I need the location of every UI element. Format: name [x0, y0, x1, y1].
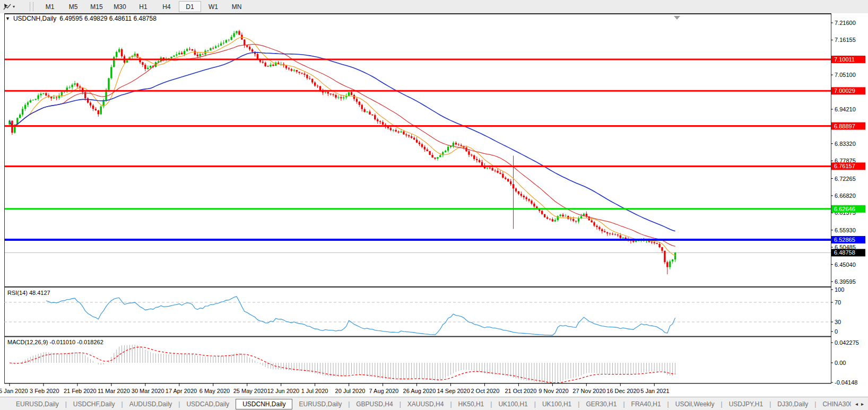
date-axis-label: 2 Oct 2020	[471, 388, 499, 394]
chart-symbol-period: USDCNH,Daily	[13, 15, 56, 22]
price-axis-tick: 6.72265	[835, 176, 856, 182]
date-axis-label: 9 Nov 2020	[539, 388, 568, 394]
date-axis-label: 21 Oct 2020	[505, 388, 536, 394]
chart-tab-uk100-h1[interactable]: UK100,H1	[536, 399, 578, 409]
timeframe-button-mn[interactable]: MN	[225, 1, 248, 12]
date-axis-label: 6 May 2020	[199, 388, 230, 394]
date-axis-label: 17 Apr 2020	[166, 388, 197, 394]
tab-scroll-arrows: ◂ ▸	[851, 401, 868, 407]
date-axis-label: 27 Nov 2020	[572, 388, 605, 394]
chart-tab-eurusd-daily[interactable]: EURUSD,Daily	[10, 399, 65, 409]
chart-tab-xauusd-h4[interactable]: XAUUSD,H4	[401, 399, 450, 409]
toolbar-grip[interactable]	[30, 2, 33, 11]
chart-tab-usdchf-daily[interactable]: USDCHF,Daily	[67, 399, 121, 409]
price-level-badge: 6.88897	[834, 123, 855, 129]
date-axis-label: 16 Dec 2020	[606, 388, 639, 394]
macd-axis-tick: -0.04148	[835, 379, 857, 386]
chart-title: ▼ USDCNH,Daily 6.49595 6.49829 6.48611 6…	[5, 15, 157, 22]
chart-ohlc-values: 6.49595 6.49829 6.48611 6.48758	[59, 15, 157, 22]
timeframe-button-m30[interactable]: M30	[109, 1, 131, 12]
rsi-indicator-label: RSI(14) 48.4127	[7, 290, 50, 296]
price-axis-tick: 6.55930	[835, 227, 856, 233]
chart-tab-audusd-daily[interactable]: AUDUSD,Daily	[123, 399, 179, 409]
date-axis-label: 1 Jul 2020	[301, 388, 328, 394]
timeframe-button-m1[interactable]: M1	[39, 1, 61, 12]
chart-shift-triangle[interactable]	[674, 16, 680, 20]
date-axis-label: 14 Sep 2020	[437, 388, 470, 394]
timeframe-button-m5[interactable]: M5	[62, 1, 84, 12]
crosshair-tool-icon	[3, 3, 12, 11]
crosshair-tool-button[interactable]: ▾	[0, 2, 18, 12]
one-click-collapse-icon[interactable]: ▼	[5, 16, 10, 21]
tabs-scroll-right-button[interactable]: ▸	[861, 401, 864, 407]
chart-tab-eurusd-daily[interactable]: EURUSD,Daily	[292, 399, 348, 409]
chart-tab-usdjpy-h1[interactable]: USDJPY,H1	[723, 399, 769, 409]
timeframe-button-h4[interactable]: H4	[155, 1, 178, 12]
price-level-badge: 6.76157	[834, 163, 855, 169]
date-axis-label: 20 Jul 2020	[335, 388, 366, 394]
chart-tab-dj30-daily[interactable]: DJ30,Daily	[771, 399, 814, 409]
price-level-badge: 6.52865	[834, 237, 855, 243]
price-axis-tick: 7.21600	[835, 20, 856, 26]
rsi-axis-tick: 30	[835, 319, 841, 325]
rsi-axis-tick: 100	[835, 286, 844, 293]
chart-tab-bar: EURUSD,Daily|USDCHF,Daily|AUDUSD,Daily|U…	[0, 397, 868, 410]
timeframe-button-h1[interactable]: H1	[132, 1, 154, 12]
macd-axis-tick: 0.00	[835, 360, 846, 366]
price-level-badge: 7.10011	[834, 56, 855, 63]
price-axis-tick: 6.83320	[835, 141, 856, 147]
date-axis-label: 30 Mar 2020	[132, 388, 164, 394]
price-level-badge: 6.48758	[834, 249, 855, 256]
price-level-badge: 6.62646	[834, 206, 855, 212]
macd-axis-tick: 0.042275	[835, 339, 859, 346]
date-axis-label: 12 Jun 2020	[267, 388, 300, 394]
chart-tab-fra40-h1[interactable]: FRA40,H1	[625, 399, 667, 409]
chart-tabs: EURUSD,Daily|USDCHF,Daily|AUDUSD,Daily|U…	[0, 397, 851, 410]
date-axis-label: 11 Mar 2020	[98, 388, 130, 394]
chart-window: 7.216007.161557.051006.942106.833206.778…	[0, 13, 868, 397]
tabs-scroll-left-button[interactable]: ◂	[855, 401, 858, 407]
price-axis-tick: 6.45040	[835, 261, 856, 268]
chart-tab-uk100-h1[interactable]: UK100,H1	[492, 399, 534, 409]
chart-tab-usoil-weekly[interactable]: USOil,Weekly	[669, 399, 721, 409]
date-axis-label: 21 Feb 2020	[64, 388, 97, 394]
chart-tab-usdcad-daily[interactable]: USDCAD,Daily	[180, 399, 236, 409]
date-axis-label: 5 Jan 2021	[640, 388, 669, 394]
chart-tab-usdcnh-daily[interactable]: USDCNH,Daily	[236, 399, 292, 409]
date-axis-label: 7 Aug 2020	[369, 388, 399, 394]
chart-canvas[interactable]: 7.216007.161557.051006.942106.833206.778…	[0, 13, 868, 397]
mt4-window: ▾ M1M5M15M30H1H4D1W1MN 7.216007.161557.0…	[0, 0, 868, 410]
macd-indicator-label: MACD(12,26,9) -0.011010 -0.018262	[7, 339, 103, 345]
chevron-down-icon: ▾	[13, 5, 15, 9]
chart-tab-china300-h1[interactable]: CHINA300,H1	[816, 399, 851, 409]
price-level-badge: 7.00029	[834, 88, 855, 94]
price-axis-tick: 7.05100	[835, 72, 856, 78]
timeframe-buttons: M1M5M15M30H1H4D1W1MN	[39, 1, 248, 12]
timeframe-button-d1[interactable]: D1	[179, 1, 201, 12]
rsi-axis-tick: 70	[835, 299, 841, 306]
price-axis-tick: 6.66820	[835, 193, 856, 199]
chart-tab-ger30-h1[interactable]: GER30,H1	[579, 399, 623, 409]
chart-tab-hk50-h1[interactable]: HK50,H1	[452, 399, 491, 409]
timeframe-toolbar: ▾ M1M5M15M30H1H4D1W1MN	[0, 0, 868, 14]
price-axis-tick: 6.94210	[835, 106, 856, 112]
date-axis-label: 3 Feb 2020	[30, 388, 59, 394]
timeframe-button-w1[interactable]: W1	[202, 1, 224, 12]
price-axis-tick: 7.16155	[835, 37, 856, 43]
date-axis-label: 15 Jan 2020	[0, 388, 28, 394]
timeframe-button-m15[interactable]: M15	[85, 1, 108, 12]
date-axis-label: 25 May 2020	[233, 388, 267, 394]
rsi-axis-tick: 0	[835, 328, 838, 335]
date-axis-label: 26 Aug 2020	[403, 388, 436, 394]
chart-tab-gbpusd-h4[interactable]: GBPUSD,H4	[350, 399, 399, 409]
price-axis-tick: 6.39595	[835, 278, 856, 285]
